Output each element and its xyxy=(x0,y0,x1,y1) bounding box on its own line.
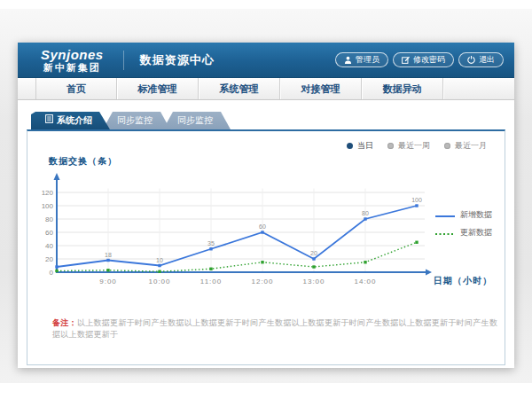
legend-label: 更新数据 xyxy=(460,227,492,239)
legend-item-updated-data[interactable]: 更新数据 xyxy=(435,227,492,239)
tab-sync-monitor-2[interactable]: 同步监控 xyxy=(163,112,231,129)
tab-sync-monitor-1[interactable]: 同步监控 xyxy=(103,112,170,129)
range-label: 当日 xyxy=(357,140,373,152)
data-point xyxy=(209,268,212,270)
data-point xyxy=(261,261,263,263)
app-header: Synjones 新中新集团 数据资源中心 管理员 修改密码 退出 xyxy=(18,43,514,78)
x-tick-label: 11:00 xyxy=(200,278,222,286)
user-icon xyxy=(344,56,352,64)
tab-label: 系统介绍 xyxy=(57,112,92,129)
nav-item-interface-mgmt[interactable]: 对接管理 xyxy=(280,78,362,99)
y-tick-label: 20 xyxy=(45,255,53,263)
x-tick-label: 13:00 xyxy=(302,278,325,286)
data-point xyxy=(415,204,418,207)
app-window: Synjones 新中新集团 数据资源中心 管理员 修改密码 退出 xyxy=(18,43,514,368)
data-point xyxy=(106,269,109,271)
note-text: 以上数据更新于时间产生数据以上数据更新于时间产生数据以上数据更新于时间产生数据以… xyxy=(52,318,497,339)
legend-item-new-data[interactable]: 新增数据 xyxy=(435,209,492,221)
data-point xyxy=(364,261,366,263)
radio-icon xyxy=(387,143,394,149)
y-tick-label: 40 xyxy=(45,242,53,250)
app-title: 数据资源中心 xyxy=(123,51,215,70)
dotted-line-icon xyxy=(435,229,455,238)
edit-icon xyxy=(402,56,410,64)
data-point xyxy=(415,241,418,244)
x-tick-label: 9:00 xyxy=(99,278,117,286)
range-label: 最近一周 xyxy=(398,140,430,152)
tab-system-intro[interactable]: 系统介绍 xyxy=(31,112,110,129)
y-tick-label: 100 xyxy=(42,202,54,210)
tab-label: 同步监控 xyxy=(177,112,213,129)
data-point xyxy=(364,217,366,220)
admin-button[interactable]: 管理员 xyxy=(335,52,388,67)
x-tick-label: 14:00 xyxy=(354,278,376,286)
logout-button[interactable]: 退出 xyxy=(458,52,504,67)
range-option-today[interactable]: 当日 xyxy=(347,140,373,152)
data-point xyxy=(261,231,263,233)
data-point-label: 60 xyxy=(259,223,266,230)
tab-label: 同步监控 xyxy=(117,112,153,129)
power-icon xyxy=(467,56,475,64)
x-tick-label: 10:00 xyxy=(148,278,170,286)
chart-panel: 当日 最近一周 最近一月 数据交换（条） 0204060801001209:00… xyxy=(27,129,505,365)
data-point-label: 10 xyxy=(156,257,163,263)
range-option-last-month[interactable]: 最近一月 xyxy=(444,140,487,152)
logo: Synjones 新中新集团 xyxy=(41,48,104,73)
y-axis-title: 数据交换（条） xyxy=(49,155,117,168)
data-point xyxy=(55,265,58,268)
range-option-last-week[interactable]: 最近一周 xyxy=(387,140,430,152)
x-axis-title: 日期（小时） xyxy=(434,275,492,287)
logo-brand: Synjones xyxy=(41,48,104,61)
content-area: 系统介绍 同步监控 同步监控 当日 最近一周 xyxy=(18,100,514,365)
y-axis-arrow xyxy=(54,173,60,180)
y-tick-label: 80 xyxy=(45,215,53,223)
data-point xyxy=(312,257,315,260)
data-point-label: 35 xyxy=(207,240,215,246)
data-point-label: 80 xyxy=(362,210,369,216)
y-tick-label: 60 xyxy=(45,229,53,237)
logout-button-label: 退出 xyxy=(479,54,495,66)
nav-item-home[interactable]: 首页 xyxy=(35,78,117,99)
document-icon xyxy=(45,112,53,129)
change-password-button[interactable]: 修改密码 xyxy=(393,52,454,67)
y-tick-label: 0 xyxy=(50,269,54,277)
time-range-options: 当日 最近一周 最近一月 xyxy=(347,140,487,152)
legend-label: 新增数据 xyxy=(460,209,492,221)
y-tick-label: 120 xyxy=(42,189,54,197)
nav-item-data-change[interactable]: 数据异动 xyxy=(362,78,443,99)
data-point-label: 20 xyxy=(310,250,317,256)
data-point xyxy=(158,264,160,267)
tab-bar: 系统介绍 同步监控 同步监控 xyxy=(31,112,505,129)
data-point xyxy=(106,259,109,262)
data-point xyxy=(158,270,160,273)
data-point-label: 100 xyxy=(411,197,422,203)
change-password-button-label: 修改密码 xyxy=(413,54,445,66)
admin-button-label: 管理员 xyxy=(356,54,379,66)
data-point xyxy=(209,247,212,250)
chart-container: 0204060801001209:0010:0011:0012:0013:001… xyxy=(35,170,442,298)
solid-line-icon xyxy=(435,211,455,220)
range-label: 最近一月 xyxy=(455,140,487,152)
x-tick-label: 12:00 xyxy=(251,278,273,286)
data-point xyxy=(312,265,315,268)
nav-item-standard-mgmt[interactable]: 标准管理 xyxy=(117,78,199,99)
logo-company: 新中新集团 xyxy=(41,63,104,73)
line-chart: 0204060801001209:0010:0011:0012:0013:001… xyxy=(35,170,442,294)
radio-selected-icon xyxy=(347,143,353,149)
x-axis-arrow xyxy=(426,270,432,276)
footnote: 备注：以上数据更新于时间产生数据以上数据更新于时间产生数据以上数据更新于时间产生… xyxy=(52,317,505,340)
user-actions: 管理员 修改密码 退出 xyxy=(335,52,504,67)
main-nav: 首页 标准管理 系统管理 对接管理 数据异动 xyxy=(18,78,514,100)
data-point xyxy=(55,270,58,272)
data-point-label: 18 xyxy=(105,252,112,258)
radio-icon xyxy=(444,143,450,149)
nav-item-system-mgmt[interactable]: 系统管理 xyxy=(199,78,280,99)
series-legend: 新增数据 更新数据 xyxy=(435,209,492,239)
note-label: 备注： xyxy=(52,318,77,327)
